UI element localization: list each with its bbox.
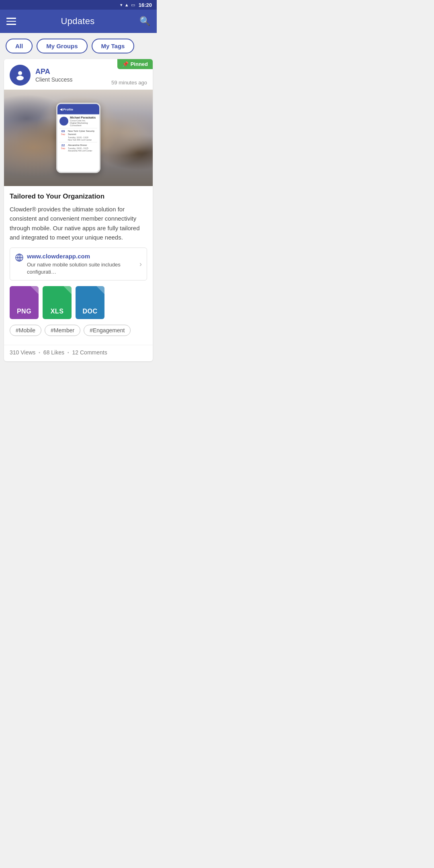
attachment-doc[interactable]: DOC xyxy=(76,286,104,319)
link-url: www.clowderapp.com xyxy=(27,253,136,260)
tag-mobile[interactable]: #Mobile xyxy=(10,325,41,336)
card-body: Tailored to Your Organization Clowder® p… xyxy=(4,186,153,345)
phone-profile-row: Michael Paraskakis Coca-Cola Inc.Digital… xyxy=(59,116,97,127)
phone-divider-1 xyxy=(59,128,97,129)
status-bar: ▾ ▲ ▭ 16:20 xyxy=(0,0,157,10)
filter-bar: All My Groups My Tags xyxy=(0,33,157,59)
phone-event-row-2: 22 Sep Alexandria Dinner Tuesday, 19:00 … xyxy=(59,143,97,151)
search-button[interactable]: 🔍 xyxy=(139,16,150,27)
link-description: Our native mobile solution suite include… xyxy=(27,262,121,275)
app-bar: Updates 🔍 xyxy=(0,10,157,33)
globe-icon xyxy=(15,253,24,262)
phone-event-row-1: 09 Sep New York Cyber Security Summit Tu… xyxy=(59,130,97,141)
attachment-doc-label: DOC xyxy=(82,308,97,315)
likes-count: 68 Likes xyxy=(43,349,64,356)
card-image: ◀ Profile Michael Paraskakis Coca-Cola I… xyxy=(4,90,153,186)
link-preview[interactable]: www.clowderapp.com Our native mobile sol… xyxy=(10,248,147,280)
page-title: Updates xyxy=(61,16,94,27)
pin-icon: 📌 xyxy=(122,61,129,67)
hamburger-menu-button[interactable] xyxy=(6,18,16,25)
phone-event-2-details: Alexandria Dinner Tuesday, 19:00 - 19:25… xyxy=(68,143,92,151)
phone-user-info: Michael Paraskakis Coca-Cola Inc.Digital… xyxy=(70,116,97,127)
card-stats: 310 Views • 68 Likes • 12 Comments xyxy=(4,345,153,361)
phone-avatar xyxy=(59,117,68,126)
card-title: Tailored to Your Organization xyxy=(10,192,147,201)
attachments: PNG XLS DOC xyxy=(10,286,147,319)
pinned-label: Pinned xyxy=(131,61,148,67)
stat-dot-2: • xyxy=(68,350,69,355)
post-time: 59 minutes ago xyxy=(111,80,147,86)
filter-my-groups-button[interactable]: My Groups xyxy=(37,39,87,53)
pinned-badge: 📌 Pinned xyxy=(117,59,153,69)
stat-dot-1: • xyxy=(39,350,40,355)
attachment-png-label: PNG xyxy=(17,308,31,315)
phone-header: ◀ Profile xyxy=(57,104,99,115)
phone-date-2: 22 Sep xyxy=(59,143,67,149)
tag-member[interactable]: #Member xyxy=(45,325,80,336)
link-preview-left: www.clowderapp.com Our native mobile sol… xyxy=(15,253,136,275)
filter-all-button[interactable]: All xyxy=(6,39,33,53)
views-count: 310 Views xyxy=(10,349,35,356)
phone-mockup: ◀ Profile Michael Paraskakis Coca-Cola I… xyxy=(56,103,100,173)
attachment-png[interactable]: PNG xyxy=(10,286,39,319)
phone-user-subtitle: Coca-Cola Inc.Digital Marketing Consulta… xyxy=(70,119,97,127)
status-icons: ▾ ▲ ▭ 16:20 xyxy=(120,2,152,8)
attachment-xls-label: XLS xyxy=(51,308,64,315)
card-description: Clowder® provides the ultimate solution … xyxy=(10,205,147,242)
tags-section: #Mobile #Member #Engagement xyxy=(10,325,147,336)
phone-event-1-detail: Tuesday, 10:00 - 13:00New York 555 Conf … xyxy=(68,136,97,141)
wifi-icon: ▾ xyxy=(120,2,123,8)
phone-screen-content: Michael Paraskakis Coca-Cola Inc.Digital… xyxy=(57,115,99,155)
tag-engagement[interactable]: #Engagement xyxy=(84,325,131,336)
signal-icon: ▲ xyxy=(125,2,129,7)
post-card: 📌 Pinned APA Client Success 59 minutes a… xyxy=(4,59,153,361)
phone-date-1: 09 Sep xyxy=(59,130,67,135)
phone-event-2-detail: Tuesday, 19:00 - 19:25Alexandria Hill Co… xyxy=(68,147,92,151)
phone-screen-title: Profile xyxy=(63,107,73,111)
phone-user-name: Michael Paraskakis xyxy=(70,116,97,119)
attachment-xls[interactable]: XLS xyxy=(43,286,72,319)
status-time: 16:20 xyxy=(139,2,152,8)
svg-point-1 xyxy=(18,71,22,75)
link-text: www.clowderapp.com Our native mobile sol… xyxy=(27,253,136,275)
link-chevron-icon: › xyxy=(139,260,142,268)
phone-event-1-details: New York Cyber Security Summit Tuesday, … xyxy=(68,130,97,141)
phone-divider-2 xyxy=(59,142,97,142)
filter-my-tags-button[interactable]: My Tags xyxy=(92,39,135,53)
battery-icon: ▭ xyxy=(131,2,135,8)
avatar[interactable] xyxy=(10,65,31,86)
comments-count: 12 Comments xyxy=(72,349,107,356)
org-avatar-icon xyxy=(13,68,27,82)
